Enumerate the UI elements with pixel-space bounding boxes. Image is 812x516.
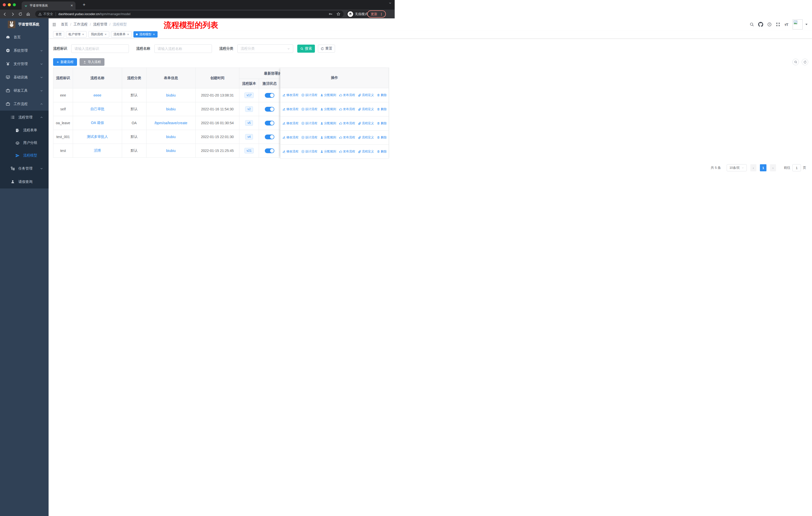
process-definition-link[interactable]: 流程定义 (358, 107, 374, 111)
tag-租户管理[interactable]: 租户管理✕ (66, 31, 87, 37)
publish-process-link[interactable]: 发布流程 (339, 107, 355, 111)
form-info-link[interactable]: /bpm/oa/leave/create (154, 121, 187, 125)
filter-category-select[interactable]: 流程分类 (237, 44, 293, 53)
publish-process-link[interactable]: 发布流程 (339, 150, 355, 154)
edit-process-link[interactable]: 修改流程 (283, 121, 298, 126)
delete-link[interactable]: 删除 (377, 107, 387, 111)
sidebar-item-支付管理[interactable]: 支付管理 (0, 57, 49, 71)
reset-button[interactable]: 重置 (318, 45, 335, 53)
sidebar-item-基础设施[interactable]: 基础设施 (0, 71, 49, 84)
reload-icon[interactable] (18, 11, 23, 17)
tab-search-chevron-icon[interactable] (388, 1, 392, 4)
active-toggle[interactable] (265, 121, 274, 126)
bookmark-star-icon[interactable] (336, 12, 341, 16)
sidebar-item-首页[interactable]: 首页 (0, 30, 49, 44)
sidebar-item-研发工具[interactable]: 研发工具 (0, 84, 49, 97)
delete-link[interactable]: 删除 (377, 93, 387, 97)
active-toggle[interactable] (265, 107, 274, 112)
security-label[interactable]: 不安全 (43, 12, 53, 17)
process-definition-link[interactable]: 流程定义 (358, 135, 374, 140)
trash-icon (377, 93, 380, 97)
form-info-link[interactable]: biubiu (166, 93, 175, 97)
tag-close-icon[interactable]: ✕ (82, 33, 84, 36)
process-name-link[interactable]: 滔博 (94, 148, 101, 153)
active-toggle[interactable] (265, 93, 274, 98)
sidebar-item-工作流程[interactable]: 工作流程 (0, 97, 49, 111)
sidebar-fold-icon[interactable] (52, 22, 57, 27)
edit-process-link[interactable]: 修改流程 (283, 135, 298, 140)
sidebar-item-流程表单[interactable]: 流程表单 (0, 124, 49, 137)
edit-process-link[interactable]: 修改流程 (283, 93, 298, 97)
active-toggle[interactable] (265, 135, 274, 139)
process-definition-link[interactable]: 流程定义 (358, 150, 374, 154)
import-process-button[interactable]: 导入流程 (80, 58, 105, 66)
design-process-link[interactable]: 设计流程 (301, 150, 317, 154)
process-name-link[interactable]: OA 请假 (91, 121, 104, 125)
tab-close-icon[interactable]: ✕ (70, 4, 73, 7)
incognito-label: 无痕模式 (355, 12, 368, 17)
publish-process-link[interactable]: 发布流程 (339, 121, 355, 126)
tag-首页[interactable]: 首页 (53, 31, 64, 37)
delete-link[interactable]: 删除 (377, 150, 387, 154)
breadcrumb-process-mgmt[interactable]: 流程管理 (93, 22, 107, 27)
breadcrumb-home[interactable]: 首页 (61, 22, 68, 27)
process-definition-link[interactable]: 流程定义 (358, 121, 374, 126)
browser-update-button[interactable]: 更新 ⋮ (367, 10, 386, 18)
breadcrumb-workflow[interactable]: 工作流程 (74, 22, 88, 27)
tag-close-icon[interactable]: ✕ (105, 33, 107, 36)
password-key-icon[interactable] (328, 12, 333, 16)
form-info-link[interactable]: biubiu (166, 148, 175, 153)
filter-name-input[interactable] (154, 44, 212, 53)
address-bar[interactable]: 不安全 dashboard.yudao.iocoder.cn/bpm/manag… (35, 10, 344, 18)
design-process-link[interactable]: 设计流程 (301, 107, 317, 111)
form-info-link[interactable]: biubiu (166, 107, 175, 111)
edit-process-link[interactable]: 修改流程 (283, 150, 298, 154)
window-controls[interactable] (3, 3, 16, 6)
browser-menu-icon[interactable]: ⋮ (380, 12, 383, 16)
minimize-window-button[interactable] (8, 3, 11, 6)
filter-id-input[interactable] (71, 44, 129, 53)
create-process-button[interactable]: + 新建流程 (53, 58, 77, 66)
process-name-link[interactable]: 自己审批 (90, 107, 105, 111)
process-definition-link[interactable]: 流程定义 (358, 93, 374, 97)
url-text[interactable]: dashboard.yudao.iocoder.cn/bpm/manager/m… (58, 12, 130, 16)
back-icon[interactable] (2, 11, 8, 17)
close-window-button[interactable] (3, 3, 6, 6)
process-name-link[interactable]: eeee (93, 93, 101, 97)
new-tab-button[interactable]: + (81, 2, 87, 8)
cell-created-time: 2022-01-16 01:30:54 (196, 116, 239, 130)
design-process-link[interactable]: 设计流程 (301, 135, 317, 140)
browser-tab[interactable]: 芋道管理系统 ✕ (22, 1, 76, 9)
process-name-link[interactable]: 测试多审批人 (87, 135, 108, 139)
publish-process-link[interactable]: 发布流程 (339, 135, 355, 140)
tag-流程模型[interactable]: 流程模型✕ (134, 31, 157, 37)
tag-流程表单[interactable]: 流程表单✕ (111, 31, 132, 37)
tag-我的流程[interactable]: 我的流程✕ (88, 31, 109, 37)
tag-close-icon[interactable]: ✕ (153, 33, 155, 36)
assign-rule-link[interactable]: 分配规则 (320, 107, 336, 111)
assign-rule-link[interactable]: 分配规则 (320, 150, 336, 154)
sidebar-item-用户分组[interactable]: 用户分组 (0, 137, 49, 149)
sidebar-item-流程模型[interactable]: 流程模型 (0, 149, 49, 162)
sidebar-item-流程管理[interactable]: 流程管理 (0, 111, 49, 124)
design-process-link[interactable]: 设计流程 (301, 93, 317, 97)
assign-rule-link[interactable]: 分配规则 (320, 93, 336, 97)
assign-rule-link[interactable]: 分配规则 (320, 121, 336, 126)
form-info-link[interactable]: biubiu (166, 135, 175, 139)
sidebar-item-请假查询[interactable]: 请假查询 (0, 175, 49, 188)
assign-rule-link[interactable]: 分配规则 (320, 135, 336, 140)
search-button[interactable]: 搜索 (297, 45, 315, 53)
delete-link[interactable]: 删除 (377, 121, 387, 126)
edit-process-link[interactable]: 修改流程 (283, 107, 298, 111)
active-toggle[interactable] (265, 148, 274, 153)
not-secure-warning-icon[interactable] (38, 12, 42, 16)
tag-close-icon[interactable]: ✕ (127, 33, 129, 36)
publish-process-link[interactable]: 发布流程 (339, 93, 355, 97)
forward-icon[interactable] (9, 11, 16, 17)
sidebar-item-任务管理[interactable]: 任务管理 (0, 162, 49, 175)
home-icon[interactable] (25, 11, 31, 17)
maximize-window-button[interactable] (13, 3, 16, 6)
sidebar-item-系统管理[interactable]: 系统管理 (0, 44, 49, 57)
design-process-link[interactable]: 设计流程 (301, 121, 317, 126)
delete-link[interactable]: 删除 (377, 135, 387, 140)
